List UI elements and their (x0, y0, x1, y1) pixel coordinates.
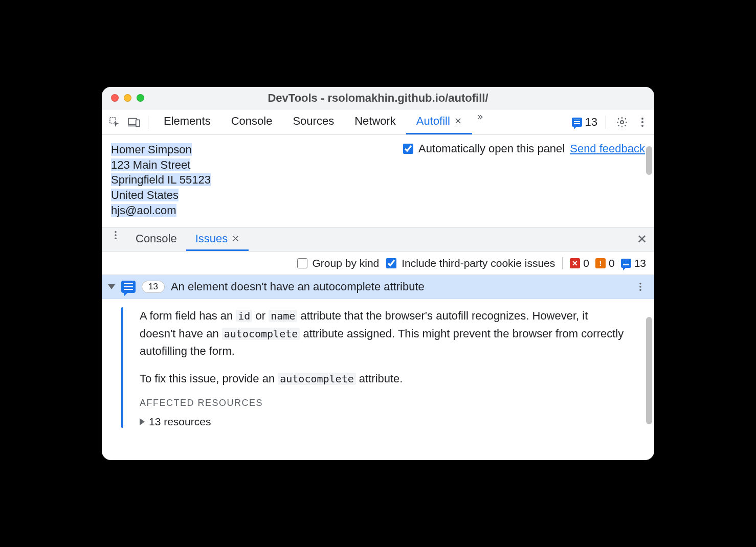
tab-autofill[interactable]: Autofill ✕ (406, 109, 472, 134)
drawer-tabs: Console Issues ✕ ✕ (102, 227, 654, 252)
code-name: name (269, 310, 297, 322)
issue-row[interactable]: 13 An element doesn't have an autocomple… (102, 275, 654, 299)
tab-label: Issues (195, 232, 228, 245)
group-by-kind-control[interactable]: Group by kind (297, 257, 380, 269)
toolbar-separator (148, 116, 148, 129)
error-count[interactable]: ✕ 0 (570, 257, 589, 269)
tab-label: Network (354, 115, 396, 128)
third-party-label: Include third-party cookie issues (402, 257, 555, 269)
expand-toggle-icon[interactable] (108, 284, 115, 289)
issue-detail: A form field has an id or name attribute… (102, 299, 654, 440)
text: To fix this issue, provide an (140, 372, 278, 385)
address-line: United States (111, 189, 179, 201)
zoom-window-button[interactable] (137, 94, 144, 102)
close-icon[interactable]: ✕ (454, 116, 462, 127)
tab-label: Console (136, 232, 177, 245)
third-party-control[interactable]: Include third-party cookie issues (386, 257, 555, 269)
main-toolbar: Elements Console Sources Network Autofil… (102, 109, 654, 135)
svg-point-13 (639, 289, 641, 291)
send-feedback-link[interactable]: Send feedback (570, 142, 645, 155)
group-by-kind-label: Group by kind (313, 257, 380, 269)
svg-point-8 (115, 231, 117, 233)
drawer-tab-console[interactable]: Console (126, 227, 186, 251)
close-icon[interactable]: ✕ (232, 233, 239, 244)
info-count[interactable]: 13 (621, 257, 646, 269)
tab-label: Autofill (416, 115, 450, 128)
affected-resources-toggle[interactable]: 13 resources (140, 416, 627, 428)
detail-rail (121, 307, 123, 427)
svg-point-12 (639, 286, 641, 288)
code-autocomplete: autocomplete (278, 373, 356, 385)
warning-count[interactable]: ! 0 (595, 257, 615, 269)
svg-point-9 (115, 235, 117, 237)
group-by-kind-checkbox[interactable] (297, 258, 307, 268)
issue-kind-icon (121, 281, 136, 293)
tab-network[interactable]: Network (344, 109, 406, 134)
tab-label: Sources (293, 115, 334, 128)
autofill-address-preview: Homer Simpson 123 Main Street Springfiel… (111, 142, 211, 218)
auto-open-label: Automatically open this panel (418, 142, 565, 155)
toolbar-right: 13 (572, 115, 650, 130)
svg-point-6 (641, 121, 643, 123)
svg-point-4 (620, 121, 624, 124)
autofill-panel-controls: Automatically open this panel Send feedb… (403, 142, 645, 155)
issue-detail-content: A form field has an id or name attribute… (140, 307, 642, 427)
settings-icon[interactable] (614, 115, 630, 130)
error-icon: ✕ (570, 258, 580, 268)
tab-label: Elements (164, 115, 211, 128)
main-tabs: Elements Console Sources Network Autofil… (153, 109, 487, 134)
third-party-checkbox[interactable] (386, 258, 396, 268)
chevron-right-icon (140, 418, 145, 425)
address-line: Homer Simpson (111, 143, 192, 156)
issues-list: 13 An element doesn't have an autocomple… (102, 275, 654, 460)
resources-count-label: 13 resources (149, 416, 211, 428)
count-value: 0 (583, 257, 589, 269)
tab-label: Console (231, 115, 273, 128)
issues-counter[interactable]: 13 (572, 116, 597, 129)
device-toggle-icon[interactable] (125, 113, 143, 131)
issue-fix-hint: To fix this issue, provide an autocomple… (140, 370, 627, 388)
issues-filter-bar: Group by kind Include third-party cookie… (102, 252, 654, 275)
toolbar-separator (606, 116, 606, 129)
count-value: 13 (634, 257, 646, 269)
issue-counts: ✕ 0 ! 0 13 (562, 257, 646, 269)
count-value: 0 (609, 257, 615, 269)
autofill-panel: Homer Simpson 123 Main Street Springfiel… (102, 135, 654, 227)
text: or (252, 309, 269, 322)
address-line: 123 Main Street (111, 158, 190, 171)
window-controls (102, 94, 144, 102)
scrollbar[interactable] (646, 317, 652, 424)
window-title: DevTools - rsolomakhin.github.io/autofil… (102, 92, 654, 105)
address-line: Springfield IL 55123 (111, 173, 211, 186)
minimize-window-button[interactable] (124, 94, 131, 102)
svg-point-7 (641, 125, 643, 127)
issue-title: An element doesn't have an autocomplete … (171, 280, 425, 293)
inspect-element-icon[interactable] (106, 113, 123, 131)
text: attribute. (356, 372, 403, 385)
issue-more-icon[interactable] (633, 279, 648, 294)
scrollbar[interactable] (646, 146, 652, 175)
warning-icon: ! (595, 258, 606, 268)
auto-open-checkbox[interactable] (403, 144, 413, 154)
issues-count: 13 (585, 116, 597, 129)
more-tabs-icon[interactable] (472, 109, 487, 125)
tab-console[interactable]: Console (221, 109, 283, 134)
code-id: id (236, 310, 252, 322)
drawer-close-icon[interactable]: ✕ (630, 227, 654, 251)
issue-count-badge: 13 (142, 281, 165, 293)
code-autocomplete: autocomplete (222, 328, 300, 340)
svg-rect-3 (136, 120, 140, 126)
titlebar: DevTools - rsolomakhin.github.io/autofil… (102, 87, 654, 109)
close-window-button[interactable] (111, 94, 119, 102)
drawer-tab-issues[interactable]: Issues ✕ (186, 227, 249, 251)
more-options-icon[interactable] (635, 115, 650, 130)
svg-point-11 (639, 283, 641, 285)
devtools-window: DevTools - rsolomakhin.github.io/autofil… (102, 87, 654, 460)
affected-resources-heading: AFFECTED RESOURCES (140, 398, 627, 408)
text: A form field has an (140, 309, 236, 322)
drawer-more-icon[interactable] (108, 227, 123, 243)
svg-point-10 (115, 238, 117, 240)
tab-elements[interactable]: Elements (153, 109, 221, 134)
tab-sources[interactable]: Sources (282, 109, 344, 134)
svg-point-5 (641, 118, 643, 120)
